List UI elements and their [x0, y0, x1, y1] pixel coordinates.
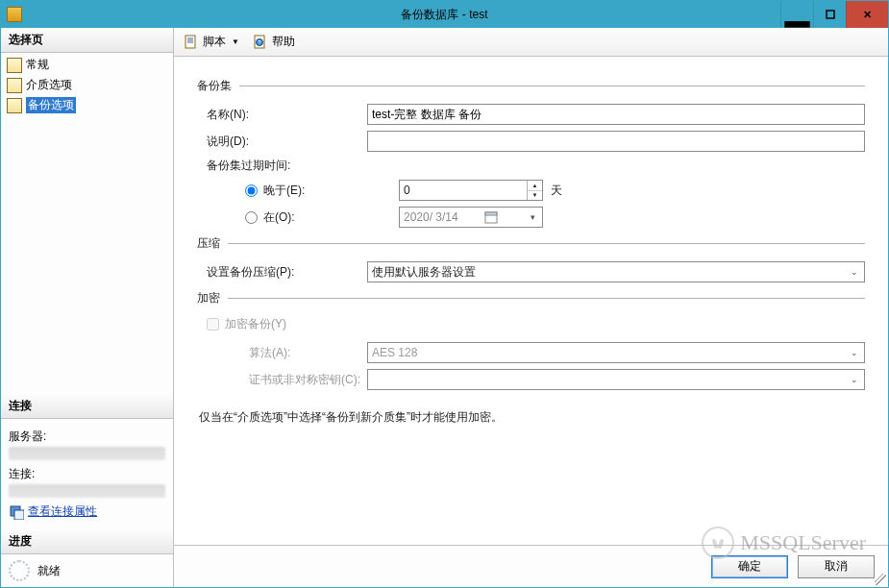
sidebar-item-label: 常规	[26, 57, 49, 73]
row-name: 名称(N):	[197, 104, 865, 125]
main-panel: 脚本 ▼ ? 帮助 备份集 名称(N	[174, 28, 888, 587]
group-divider	[228, 243, 865, 244]
expire-on-datepicker[interactable]: 2020/ 3/14 ▾	[399, 207, 543, 228]
connection-label: 连接:	[9, 466, 165, 482]
toolbar: 脚本 ▼ ? 帮助	[174, 28, 888, 57]
name-label: 名称(N):	[197, 107, 367, 123]
expire-after-days-spinner[interactable]: 0 ▲ ▼	[399, 180, 543, 201]
sidebar-item-backup-options[interactable]: 备份选项	[3, 95, 171, 115]
help-label: 帮助	[272, 34, 295, 50]
dialog-footer: 确定 取消	[174, 545, 888, 587]
encrypt-backup-label: 加密备份(Y)	[225, 316, 286, 332]
name-input[interactable]	[367, 104, 865, 125]
sidebar-item-label: 介质选项	[26, 77, 72, 93]
group-divider	[228, 298, 865, 299]
script-icon	[184, 35, 199, 50]
expire-after-value: 0	[404, 184, 410, 197]
app-icon	[7, 7, 22, 22]
ok-button[interactable]: 确定	[711, 555, 788, 578]
row-description: 说明(D):	[197, 131, 865, 152]
certificate-label: 证书或非对称密钥(C):	[197, 372, 367, 388]
progress-header: 进度	[1, 529, 173, 554]
spin-buttons[interactable]: ▲ ▼	[527, 181, 542, 200]
expire-label: 备份集过期时间:	[197, 158, 399, 174]
cancel-button[interactable]: 取消	[798, 555, 875, 578]
algorithm-label: 算法(A):	[197, 345, 367, 361]
group-label: 备份集	[197, 78, 232, 94]
chevron-down-icon: ▾	[525, 212, 540, 222]
compression-value: 使用默认服务器设置	[372, 264, 476, 281]
group-compression: 压缩	[197, 235, 865, 252]
expire-after-unit: 天	[551, 183, 562, 199]
page-icon	[7, 58, 22, 73]
row-certificate: 证书或非对称密钥(C): ⌄	[197, 369, 865, 390]
algorithm-value: AES 128	[372, 346, 417, 359]
certificate-combobox: ⌄	[367, 369, 865, 390]
server-label: 服务器:	[9, 429, 165, 445]
row-expire-on: 在(O): 2020/ 3/14 ▾	[197, 207, 865, 228]
script-button[interactable]: 脚本 ▼	[180, 32, 243, 52]
help-button[interactable]: ? 帮助	[249, 32, 299, 52]
connection-value	[9, 484, 165, 498]
page-icon	[7, 78, 22, 93]
description-input[interactable]	[367, 131, 865, 152]
progress-block: 就绪	[1, 554, 173, 587]
window-title: 备份数据库 - test	[1, 7, 888, 23]
group-backup-set: 备份集	[197, 78, 865, 94]
spin-up-icon[interactable]: ▲	[528, 181, 542, 191]
row-compression: 设置备份压缩(P): 使用默认服务器设置 ⌄	[197, 261, 865, 282]
dialog-body: 选择页 常规 介质选项 备份选项 连接 服务器:	[1, 28, 888, 587]
progress-spinner-icon	[9, 560, 30, 581]
view-connection-properties-link[interactable]: 查看连接属性	[28, 503, 97, 520]
expire-on-radio-label[interactable]: 在(O):	[245, 209, 295, 226]
titlebar: 备份数据库 - test ✕	[1, 1, 888, 28]
close-button[interactable]: ✕	[846, 1, 888, 28]
group-label: 压缩	[197, 235, 220, 252]
calendar-icon	[484, 210, 498, 224]
page-icon	[7, 98, 22, 113]
minimize-button[interactable]	[780, 1, 813, 28]
resize-grip-icon[interactable]	[875, 574, 886, 585]
encrypt-backup-checkbox	[207, 318, 219, 331]
compression-label: 设置备份压缩(P):	[197, 264, 367, 281]
expire-after-radio[interactable]	[245, 184, 258, 197]
progress-status: 就绪	[37, 563, 61, 579]
dialog-window: 备份数据库 - test ✕ 选择页 常规 介质选项	[0, 0, 889, 588]
group-encryption: 加密	[197, 290, 865, 306]
spin-down-icon[interactable]: ▼	[528, 191, 542, 201]
row-encrypt-checkbox: 加密备份(Y)	[197, 316, 865, 332]
row-expire-after: 晚于(E): 0 ▲ ▼ 天	[197, 180, 865, 201]
sidebar-item-media-options[interactable]: 介质选项	[3, 75, 171, 95]
connection-header: 连接	[1, 394, 173, 419]
expire-on-radio[interactable]	[245, 211, 258, 224]
view-connection-row: 查看连接属性	[9, 503, 165, 520]
row-algorithm: 算法(A): AES 128 ⌄	[197, 342, 865, 363]
chevron-down-icon: ⌄	[847, 267, 862, 277]
expire-on-value: 2020/ 3/14	[404, 210, 458, 224]
description-label: 说明(D):	[197, 134, 367, 150]
compression-combobox[interactable]: 使用默认服务器设置 ⌄	[367, 261, 865, 282]
chevron-down-icon: ⌄	[847, 348, 862, 357]
algorithm-combobox: AES 128 ⌄	[367, 342, 865, 363]
sidebar: 选择页 常规 介质选项 备份选项 连接 服务器:	[1, 28, 174, 587]
encryption-note: 仅当在“介质选项”中选择“备份到新介质集”时才能使用加密。	[197, 409, 865, 426]
sidebar-item-label: 备份选项	[26, 97, 76, 113]
select-page-header: 选择页	[1, 28, 173, 53]
maximize-button[interactable]	[813, 1, 846, 28]
expire-after-radio-label[interactable]: 晚于(E):	[245, 183, 305, 199]
page-list: 常规 介质选项 备份选项	[1, 53, 173, 125]
chevron-down-icon: ▼	[232, 37, 239, 46]
svg-rect-0	[784, 21, 809, 28]
script-label: 脚本	[203, 34, 226, 50]
connection-block: 服务器: 连接: 查看连接属性	[1, 419, 173, 529]
svg-rect-3	[14, 510, 24, 520]
help-icon: ?	[253, 35, 268, 50]
connection-properties-icon	[9, 504, 24, 520]
group-label: 加密	[197, 290, 220, 306]
svg-rect-9	[485, 212, 497, 215]
window-controls: ✕	[780, 1, 888, 28]
svg-rect-1	[827, 11, 834, 18]
sidebar-item-general[interactable]: 常规	[3, 55, 171, 75]
content-area: 备份集 名称(N): 说明(D): 备份集过期时间:	[174, 57, 888, 545]
server-value	[9, 447, 165, 460]
